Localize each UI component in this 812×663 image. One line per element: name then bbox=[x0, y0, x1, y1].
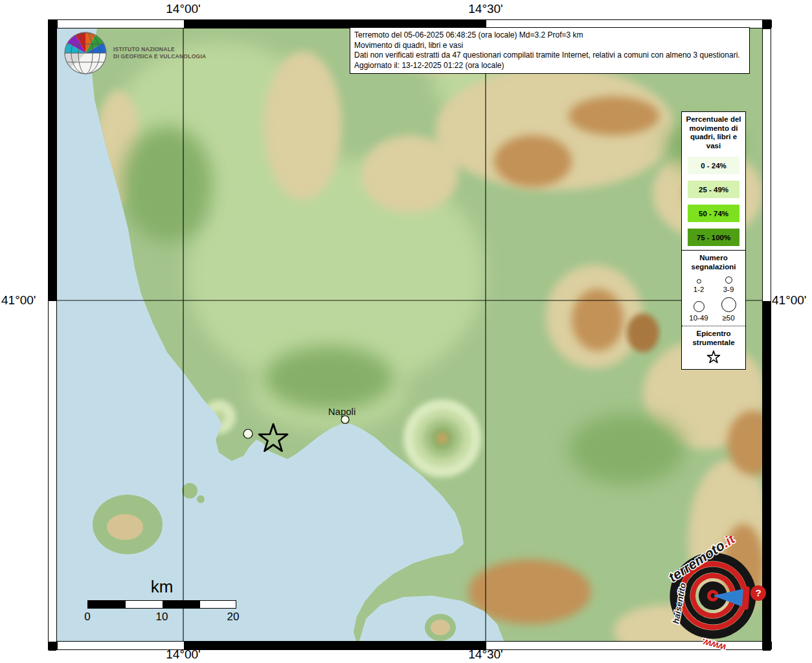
legend-report-size-50plus: ≥50 bbox=[714, 297, 743, 322]
legend-epicenter-title: Epicentro strumentale bbox=[684, 330, 743, 347]
legend-swatch-75-100: 75 - 100% bbox=[688, 229, 739, 246]
legend-reports-title: Numero segnalazioni bbox=[684, 254, 743, 271]
haisentito-watermark: ? terremoto.it haisentito www. bbox=[653, 536, 773, 657]
lat-label-west: 41°00' bbox=[1, 293, 43, 308]
report-size-1-2-icon bbox=[697, 279, 701, 284]
legend-report-size-1-2: 1-2 bbox=[684, 275, 714, 293]
capri-island bbox=[425, 614, 456, 641]
scale-tick-0: 0 bbox=[76, 611, 98, 624]
event-info-line2: Movimento di quadri, libri e vasi bbox=[354, 41, 745, 51]
legend-panel: Percentuale del movimento di quadri, lib… bbox=[681, 111, 746, 370]
map-frame-left bbox=[48, 19, 57, 650]
felt-report-map-page: 14°00' 14°30' 14°00' 14°30' 41°00' 41°00… bbox=[0, 0, 812, 663]
legend-reports-section: Numero segnalazioni 1-2 3-9 10-49 ≥50 bbox=[682, 250, 745, 326]
watermark-www-text: www. bbox=[700, 636, 727, 653]
legend-swatch-25-49: 25 - 49% bbox=[688, 181, 739, 198]
event-info-line1: Terremoto del 05-06-2025 06:48:25 (ora l… bbox=[354, 30, 745, 41]
scale-tick-20: 20 bbox=[222, 611, 244, 624]
ingv-name: ISTITUTO NAZIONALE DI GEOFISICA E VULCAN… bbox=[113, 46, 206, 60]
ischia-island bbox=[93, 495, 163, 554]
legend-epicenter-section: Epicentro strumentale bbox=[682, 326, 745, 369]
report-size-3-9-icon bbox=[725, 276, 732, 284]
lon-label-top-west: 14°00' bbox=[151, 2, 216, 16]
lat-label-east: 41°00' bbox=[772, 293, 812, 308]
scale-tick-10: 10 bbox=[151, 611, 173, 624]
epicenter-star-icon bbox=[705, 350, 722, 365]
legend-swatch-0-24: 0 - 24% bbox=[688, 157, 739, 174]
scale-unit-label: km bbox=[87, 577, 236, 597]
ingv-globe-icon bbox=[62, 30, 109, 76]
city-label-napoli: Napoli bbox=[313, 406, 371, 417]
legend-report-size-3-9: 3-9 bbox=[714, 275, 743, 293]
vesuvius-volcano bbox=[403, 399, 481, 477]
haisentito-logo-icon: ? terremoto.it haisentito www. bbox=[653, 536, 773, 657]
report-size-10-49-icon bbox=[694, 301, 705, 312]
legend-percent-title: Percentuale del movimento di quadri, lib… bbox=[684, 115, 743, 150]
report-size-50plus-icon bbox=[721, 297, 736, 312]
legend-report-size-10-49: 10-49 bbox=[684, 297, 714, 322]
legend-percent-section: Percentuale del movimento di quadri, lib… bbox=[682, 112, 745, 250]
ingv-name-line2: DI GEOFISICA E VULCANOLOGIA bbox=[113, 53, 206, 60]
scale-bar: km 0 10 20 bbox=[87, 577, 236, 623]
ingv-name-line1: ISTITUTO NAZIONALE bbox=[113, 46, 206, 53]
ingv-logo: ISTITUTO NAZIONALE DI GEOFISICA E VULCAN… bbox=[62, 30, 206, 76]
lon-label-top-east: 14°30' bbox=[453, 2, 518, 16]
event-info-box: Terremoto del 05-06-2025 06:48:25 (ora l… bbox=[350, 27, 750, 74]
event-info-line3: Dati non verificati estratti da 47 quest… bbox=[354, 51, 745, 61]
event-info-line4: Aggiornato il: 13-12-2025 01:22 (ora loc… bbox=[354, 61, 745, 71]
legend-swatch-50-74: 50 - 74% bbox=[688, 205, 739, 222]
scale-bar-segments bbox=[87, 600, 236, 609]
question-mark: ? bbox=[755, 587, 761, 598]
report-marker-west bbox=[243, 429, 253, 438]
